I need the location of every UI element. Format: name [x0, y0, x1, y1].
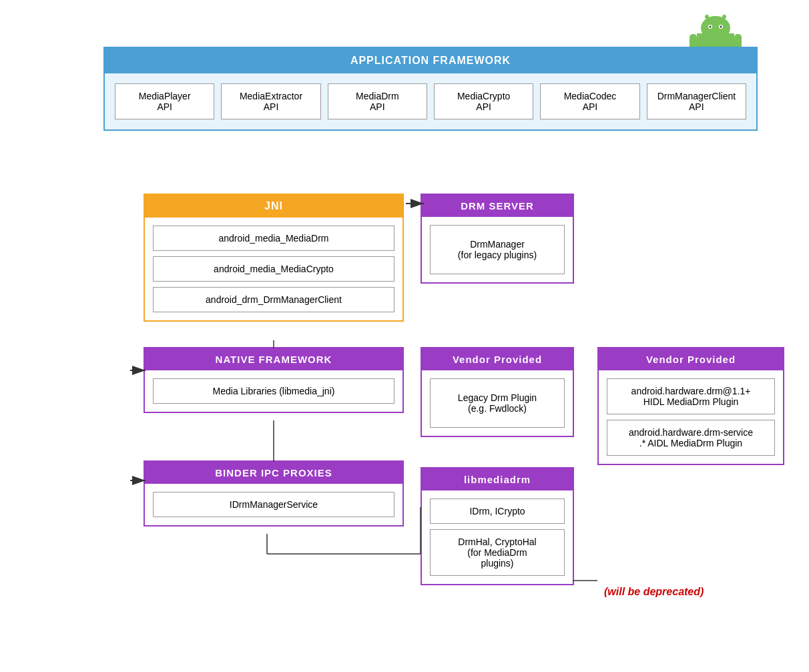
binder-item-1: IDrmManagerService — [153, 492, 394, 517]
binder-ipc-header: BINDER IPC PROXIES — [145, 462, 402, 484]
deprecated-text: (will be deprecated) — [604, 586, 704, 598]
jni-item-2: android_media_MediaCrypto — [153, 256, 394, 282]
api-mediaextractor: MediaExtractorAPI — [221, 83, 320, 119]
drm-server-item-1: DrmManager(for legacy plugins) — [430, 225, 565, 274]
api-mediacrypto: MediaCryptoAPI — [434, 83, 533, 119]
app-framework-header: APPLICATION FRAMEWORK — [105, 48, 756, 73]
libmediadrm-header: libmediadrm — [422, 468, 573, 490]
libmediadrm: libmediadrm IDrm, ICrypto DrmHal, Crypto… — [421, 467, 574, 585]
jni-header: JNI — [145, 195, 402, 218]
libmediadrm-body: IDrm, ICrypto DrmHal, CryptoHal(for Medi… — [422, 490, 573, 584]
vendor-left-item-1: Legacy Drm Plugin(e.g. Fwdlock) — [430, 378, 565, 428]
vendor-left: Vendor Provided Legacy Drm Plugin(e.g. F… — [421, 347, 574, 437]
vendor-right-header: Vendor Provided — [599, 348, 783, 370]
api-mediadrm: MediaDrmAPI — [328, 83, 427, 119]
app-framework-body: MediaPlayerAPI MediaExtractorAPI MediaDr… — [105, 73, 756, 129]
native-framework-body: Media Libraries (libmedia_jni) — [145, 370, 402, 412]
api-mediacodec: MediaCodecAPI — [540, 83, 639, 119]
drm-server: DRM SERVER DrmManager(for legacy plugins… — [421, 194, 574, 284]
svg-rect-14 — [697, 33, 734, 37]
drm-server-body: DrmManager(for legacy plugins) — [422, 217, 573, 282]
vendor-left-header: Vendor Provided — [422, 348, 573, 370]
drm-server-header: DRM SERVER — [422, 195, 573, 217]
jni-body: android_media_MediaDrm android_media_Med… — [145, 218, 402, 320]
api-drmmanagerclient: DrmManagerClientAPI — [647, 83, 746, 119]
vendor-right-item-1: android.hardware.drm@1.1+HIDL MediaDrm P… — [607, 378, 775, 414]
jni-item-3: android_drm_DrmManagerClient — [153, 287, 394, 312]
binder-ipc: BINDER IPC PROXIES IDrmManagerService — [144, 460, 404, 527]
vendor-left-body: Legacy Drm Plugin(e.g. Fwdlock) — [422, 370, 573, 436]
svg-point-8 — [705, 15, 709, 19]
jni-item-1: android_media_MediaDrm — [153, 226, 394, 251]
native-framework-header: NATIVE FRAMEWORK — [145, 348, 402, 370]
api-mediaplayer: MediaPlayerAPI — [115, 83, 214, 119]
vendor-right: Vendor Provided android.hardware.drm@1.1… — [597, 347, 784, 465]
diagram-container: APPLICATION FRAMEWORK MediaPlayerAPI Med… — [0, 0, 809, 672]
svg-point-9 — [722, 15, 726, 19]
app-framework: APPLICATION FRAMEWORK MediaPlayerAPI Med… — [103, 47, 758, 131]
svg-point-4 — [710, 26, 712, 28]
libmediadrm-item-2: DrmHal, CryptoHal(for MediaDrmplugins) — [430, 529, 565, 576]
vendor-right-item-2: android.hardware.drm-service.* AIDL Medi… — [607, 420, 775, 456]
binder-ipc-body: IDrmManagerService — [145, 484, 402, 525]
libmediadrm-item-1: IDrm, ICrypto — [430, 498, 565, 524]
vendor-right-body: android.hardware.drm@1.1+HIDL MediaDrm P… — [599, 370, 783, 464]
native-framework: NATIVE FRAMEWORK Media Libraries (libmed… — [144, 347, 404, 413]
native-item-1: Media Libraries (libmedia_jni) — [153, 378, 394, 404]
jni-section: JNI android_media_MediaDrm android_media… — [144, 194, 404, 322]
svg-point-5 — [720, 26, 722, 28]
